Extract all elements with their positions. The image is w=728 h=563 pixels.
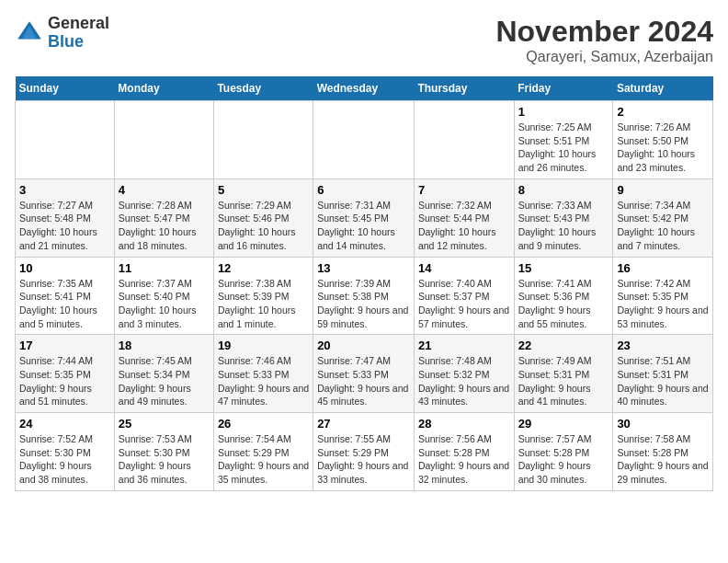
day-info: Sunrise: 7:47 AM Sunset: 5:33 PM Dayligh… xyxy=(317,354,410,408)
calendar-cell: 14Sunrise: 7:40 AM Sunset: 5:37 PM Dayli… xyxy=(414,257,514,335)
weekday-header-friday: Friday xyxy=(514,76,613,101)
calendar-cell xyxy=(114,101,213,179)
day-number: 28 xyxy=(418,417,510,431)
calendar-cell: 23Sunrise: 7:51 AM Sunset: 5:31 PM Dayli… xyxy=(613,335,713,413)
day-number: 5 xyxy=(218,183,309,197)
day-number: 29 xyxy=(518,417,609,431)
day-number: 20 xyxy=(317,339,410,352)
day-number: 6 xyxy=(317,183,410,197)
calendar-cell: 26Sunrise: 7:54 AM Sunset: 5:29 PM Dayli… xyxy=(213,413,313,491)
day-info: Sunrise: 7:58 AM Sunset: 5:28 PM Dayligh… xyxy=(617,432,709,487)
weekday-header-row: SundayMondayTuesdayWednesdayThursdayFrid… xyxy=(16,76,713,101)
day-number: 23 xyxy=(617,339,709,352)
day-number: 16 xyxy=(617,261,709,275)
day-info: Sunrise: 7:29 AM Sunset: 5:46 PM Dayligh… xyxy=(218,199,309,253)
day-info: Sunrise: 7:37 AM Sunset: 5:40 PM Dayligh… xyxy=(119,277,210,331)
day-info: Sunrise: 7:45 AM Sunset: 5:34 PM Dayligh… xyxy=(119,354,210,408)
calendar-cell: 15Sunrise: 7:41 AM Sunset: 5:36 PM Dayli… xyxy=(514,257,613,335)
day-number: 4 xyxy=(119,183,210,197)
weekday-header-wednesday: Wednesday xyxy=(313,76,415,101)
calendar-cell: 20Sunrise: 7:47 AM Sunset: 5:33 PM Dayli… xyxy=(313,335,415,413)
day-info: Sunrise: 7:31 AM Sunset: 5:45 PM Dayligh… xyxy=(317,199,410,253)
month-title: November 2024 xyxy=(495,15,713,49)
week-row-3: 10Sunrise: 7:35 AM Sunset: 5:41 PM Dayli… xyxy=(16,257,713,335)
location: Qarayeri, Samux, Azerbaijan xyxy=(495,49,713,65)
day-number: 27 xyxy=(317,417,410,431)
day-info: Sunrise: 7:54 AM Sunset: 5:29 PM Dayligh… xyxy=(218,432,309,487)
calendar-cell: 12Sunrise: 7:38 AM Sunset: 5:39 PM Dayli… xyxy=(213,257,313,335)
logo-general: General xyxy=(48,14,109,32)
calendar-cell: 27Sunrise: 7:55 AM Sunset: 5:29 PM Dayli… xyxy=(313,413,415,491)
day-info: Sunrise: 7:28 AM Sunset: 5:47 PM Dayligh… xyxy=(119,199,210,253)
day-number: 11 xyxy=(119,261,210,275)
day-info: Sunrise: 7:33 AM Sunset: 5:43 PM Dayligh… xyxy=(518,199,609,253)
day-info: Sunrise: 7:53 AM Sunset: 5:30 PM Dayligh… xyxy=(119,432,210,487)
day-info: Sunrise: 7:41 AM Sunset: 5:36 PM Dayligh… xyxy=(518,277,609,331)
calendar-cell xyxy=(313,101,415,179)
calendar-cell: 10Sunrise: 7:35 AM Sunset: 5:41 PM Dayli… xyxy=(16,257,115,335)
day-number: 3 xyxy=(19,183,110,197)
calendar-cell: 17Sunrise: 7:44 AM Sunset: 5:35 PM Dayli… xyxy=(16,335,115,413)
day-number: 17 xyxy=(19,339,110,352)
day-info: Sunrise: 7:46 AM Sunset: 5:33 PM Dayligh… xyxy=(218,354,309,408)
day-number: 18 xyxy=(119,339,210,352)
day-number: 10 xyxy=(19,261,110,275)
week-row-4: 17Sunrise: 7:44 AM Sunset: 5:35 PM Dayli… xyxy=(16,335,713,413)
day-info: Sunrise: 7:56 AM Sunset: 5:28 PM Dayligh… xyxy=(418,432,510,487)
calendar-cell: 21Sunrise: 7:48 AM Sunset: 5:32 PM Dayli… xyxy=(414,335,514,413)
week-row-5: 24Sunrise: 7:52 AM Sunset: 5:30 PM Dayli… xyxy=(16,413,713,491)
weekday-header-sunday: Sunday xyxy=(16,76,115,101)
logo-text: General Blue xyxy=(48,15,109,52)
day-number: 30 xyxy=(617,417,709,431)
calendar-cell: 16Sunrise: 7:42 AM Sunset: 5:35 PM Dayli… xyxy=(613,257,713,335)
day-number: 26 xyxy=(218,417,309,431)
weekday-header-monday: Monday xyxy=(114,76,213,101)
day-info: Sunrise: 7:48 AM Sunset: 5:32 PM Dayligh… xyxy=(418,354,510,408)
calendar-cell: 4Sunrise: 7:28 AM Sunset: 5:47 PM Daylig… xyxy=(114,178,213,257)
day-number: 19 xyxy=(218,339,309,352)
day-number: 8 xyxy=(518,183,609,197)
day-info: Sunrise: 7:40 AM Sunset: 5:37 PM Dayligh… xyxy=(418,277,510,331)
day-info: Sunrise: 7:44 AM Sunset: 5:35 PM Dayligh… xyxy=(19,354,110,408)
day-number: 15 xyxy=(518,261,609,275)
title-block: November 2024 Qarayeri, Samux, Azerbaija… xyxy=(495,15,713,65)
calendar-cell xyxy=(16,101,115,179)
calendar-cell: 13Sunrise: 7:39 AM Sunset: 5:38 PM Dayli… xyxy=(313,257,415,335)
day-number: 2 xyxy=(617,105,709,119)
day-number: 24 xyxy=(19,417,110,431)
logo-icon xyxy=(15,18,44,48)
calendar-cell: 19Sunrise: 7:46 AM Sunset: 5:33 PM Dayli… xyxy=(213,335,313,413)
calendar-cell: 3Sunrise: 7:27 AM Sunset: 5:48 PM Daylig… xyxy=(16,178,115,257)
day-info: Sunrise: 7:26 AM Sunset: 5:50 PM Dayligh… xyxy=(617,121,709,175)
day-info: Sunrise: 7:38 AM Sunset: 5:39 PM Dayligh… xyxy=(218,277,309,331)
calendar-cell xyxy=(213,101,313,179)
calendar-cell: 7Sunrise: 7:32 AM Sunset: 5:44 PM Daylig… xyxy=(414,178,514,257)
calendar-cell: 11Sunrise: 7:37 AM Sunset: 5:40 PM Dayli… xyxy=(114,257,213,335)
day-info: Sunrise: 7:42 AM Sunset: 5:35 PM Dayligh… xyxy=(617,277,709,331)
day-number: 9 xyxy=(617,183,709,197)
day-info: Sunrise: 7:49 AM Sunset: 5:31 PM Dayligh… xyxy=(518,354,609,408)
calendar-table: SundayMondayTuesdayWednesdayThursdayFrid… xyxy=(15,76,713,491)
calendar-cell: 8Sunrise: 7:33 AM Sunset: 5:43 PM Daylig… xyxy=(514,178,613,257)
weekday-header-thursday: Thursday xyxy=(414,76,514,101)
calendar-cell: 28Sunrise: 7:56 AM Sunset: 5:28 PM Dayli… xyxy=(414,413,514,491)
day-info: Sunrise: 7:39 AM Sunset: 5:38 PM Dayligh… xyxy=(317,277,410,331)
day-info: Sunrise: 7:27 AM Sunset: 5:48 PM Dayligh… xyxy=(19,199,110,253)
weekday-header-saturday: Saturday xyxy=(613,76,713,101)
page-header: General Blue November 2024 Qarayeri, Sam… xyxy=(15,15,713,65)
logo-blue: Blue xyxy=(48,32,84,51)
day-number: 21 xyxy=(418,339,510,352)
day-info: Sunrise: 7:32 AM Sunset: 5:44 PM Dayligh… xyxy=(418,199,510,253)
week-row-2: 3Sunrise: 7:27 AM Sunset: 5:48 PM Daylig… xyxy=(16,178,713,257)
day-info: Sunrise: 7:52 AM Sunset: 5:30 PM Dayligh… xyxy=(19,432,110,487)
day-info: Sunrise: 7:25 AM Sunset: 5:51 PM Dayligh… xyxy=(518,121,609,175)
day-number: 25 xyxy=(119,417,210,431)
day-number: 12 xyxy=(218,261,309,275)
calendar-cell: 6Sunrise: 7:31 AM Sunset: 5:45 PM Daylig… xyxy=(313,178,415,257)
day-info: Sunrise: 7:55 AM Sunset: 5:29 PM Dayligh… xyxy=(317,432,410,487)
day-info: Sunrise: 7:57 AM Sunset: 5:28 PM Dayligh… xyxy=(518,432,609,487)
calendar-cell: 9Sunrise: 7:34 AM Sunset: 5:42 PM Daylig… xyxy=(613,178,713,257)
day-number: 1 xyxy=(518,105,609,119)
day-number: 7 xyxy=(418,183,510,197)
calendar-cell: 30Sunrise: 7:58 AM Sunset: 5:28 PM Dayli… xyxy=(613,413,713,491)
